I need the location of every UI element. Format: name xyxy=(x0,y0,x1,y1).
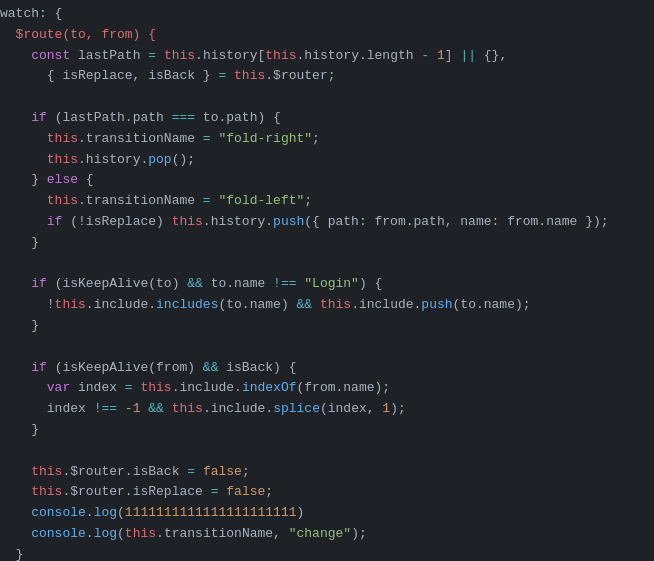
code-line: console.log(1111111111111111111111) xyxy=(0,503,654,524)
line-content: this.$router.isReplace = false; xyxy=(0,482,646,503)
line-content: this.transitionName = "fold-left"; xyxy=(0,191,646,212)
line-content: !this.include.includes(to.name) && this.… xyxy=(0,295,646,316)
line-content: } else { xyxy=(0,170,646,191)
line-content: if (!isReplace) this.history.push({ path… xyxy=(0,212,646,233)
line-content: } xyxy=(0,233,646,254)
line-content: watch: { xyxy=(0,4,646,25)
code-line: } xyxy=(0,316,654,337)
code-line: watch: { xyxy=(0,4,654,25)
line-content xyxy=(0,87,646,108)
code-line: this.$router.isReplace = false; xyxy=(0,482,654,503)
line-content xyxy=(0,254,646,275)
code-line: this.history.pop(); xyxy=(0,150,654,171)
line-content: this.transitionName = "fold-right"; xyxy=(0,129,646,150)
line-content: if (isKeepAlive(to) && to.name !== "Logi… xyxy=(0,274,646,295)
code-line: this.$router.isBack = false; xyxy=(0,462,654,483)
code-line: } xyxy=(0,420,654,441)
line-content: this.$router.isBack = false; xyxy=(0,462,646,483)
line-content: if (lastPath.path === to.path) { xyxy=(0,108,646,129)
code-line: } else { xyxy=(0,170,654,191)
code-line xyxy=(0,87,654,108)
code-line xyxy=(0,441,654,462)
code-line: } xyxy=(0,545,654,561)
code-line: !this.include.includes(to.name) && this.… xyxy=(0,295,654,316)
line-content: this.history.pop(); xyxy=(0,150,646,171)
code-line: index !== -1 && this.include.splice(inde… xyxy=(0,399,654,420)
code-line: } xyxy=(0,233,654,254)
code-line: if (isKeepAlive(to) && to.name !== "Logi… xyxy=(0,274,654,295)
line-content: } xyxy=(0,316,646,337)
code-editor: watch: { $route(to, from) { const lastPa… xyxy=(0,0,654,561)
line-content: var index = this.include.indexOf(from.na… xyxy=(0,378,646,399)
line-content: index !== -1 && this.include.splice(inde… xyxy=(0,399,646,420)
code-line: var index = this.include.indexOf(from.na… xyxy=(0,378,654,399)
line-content: const lastPath = this.history[this.histo… xyxy=(0,46,646,67)
code-line: $route(to, from) { xyxy=(0,25,654,46)
code-line: if (!isReplace) this.history.push({ path… xyxy=(0,212,654,233)
code-line: const lastPath = this.history[this.histo… xyxy=(0,46,654,67)
code-line xyxy=(0,254,654,275)
code-line: this.transitionName = "fold-left"; xyxy=(0,191,654,212)
line-content: $route(to, from) { xyxy=(0,25,646,46)
code-line: console.log(this.transitionName, "change… xyxy=(0,524,654,545)
code-line: if (lastPath.path === to.path) { xyxy=(0,108,654,129)
line-content: } xyxy=(0,545,646,561)
line-content: } xyxy=(0,420,646,441)
code-line xyxy=(0,337,654,358)
code-line: if (isKeepAlive(from) && isBack) { xyxy=(0,358,654,379)
line-content: if (isKeepAlive(from) && isBack) { xyxy=(0,358,646,379)
code-line: { isReplace, isBack } = this.$router; xyxy=(0,66,654,87)
line-content xyxy=(0,337,646,358)
line-content: { isReplace, isBack } = this.$router; xyxy=(0,66,646,87)
code-line: this.transitionName = "fold-right"; xyxy=(0,129,654,150)
line-content xyxy=(0,441,646,462)
line-content: console.log(this.transitionName, "change… xyxy=(0,524,646,545)
line-content: console.log(1111111111111111111111) xyxy=(0,503,646,524)
